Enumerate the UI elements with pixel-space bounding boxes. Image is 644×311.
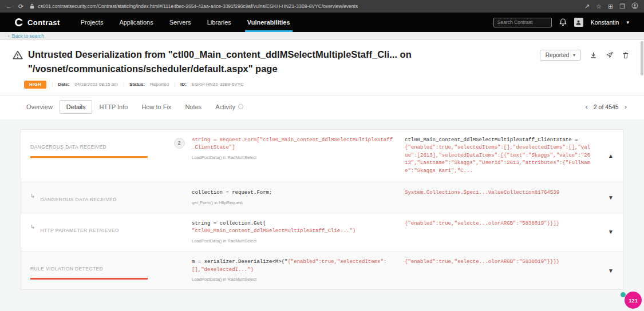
brand-name: Contrast <box>27 18 60 27</box>
date-value: 04/18/2023 08:15 am <box>74 82 118 87</box>
event-label-block: ↳ DANGEROUS DATA RECEIVED <box>30 193 167 204</box>
id-value: EGKH-HNZ1-33B9-6VYC <box>192 82 244 87</box>
app-header: Contrast Projects Applications Servers L… <box>0 13 644 32</box>
event-value-data: {"enabled":true,"selecte...olorARGB":"58… <box>405 259 559 265</box>
pagination-text: 2 of 4545 <box>594 103 619 110</box>
extensions-icon[interactable]: ⊞ <box>608 3 613 10</box>
back-bar: ‹ Back to search <box>0 32 644 40</box>
vulnerability-header: Untrusted Deserialization from "ctl00_Ma… <box>0 40 644 95</box>
title-controls: Reported ▾ <box>540 50 629 61</box>
separator: | <box>174 82 175 87</box>
event-value-data: {"enabled":true,"selecte...olorARGB":"58… <box>405 221 559 226</box>
event-row-dangerous-data-received-2[interactable]: ↳ DANGEROUS DATA RECEIVED collection = r… <box>21 182 623 213</box>
event-label: HTTP PARAMETER RETRIEVED <box>40 228 118 233</box>
event-badge-slot: 2 <box>167 138 192 149</box>
previous-vulnerability-icon[interactable]: ‹ <box>586 103 588 110</box>
contrast-logo[interactable]: Contrast <box>15 13 60 32</box>
event-label: RULE VIOLATION DETECTED <box>30 266 103 272</box>
scrollbar-thumb[interactable] <box>641 41 643 75</box>
main-nav: Projects Applications Servers Libraries … <box>73 13 298 32</box>
star-icon[interactable]: ☆ <box>596 3 602 10</box>
send-share-icon[interactable] <box>606 51 614 59</box>
search-input[interactable] <box>493 18 552 27</box>
back-link-label: Back to search <box>12 33 44 39</box>
browser-back-icon[interactable]: ← <box>6 3 12 10</box>
divider <box>0 95 644 95</box>
event-value: System.Collections.Speci...ValueCollecti… <box>396 189 599 197</box>
next-vulnerability-icon[interactable]: › <box>625 103 627 110</box>
nav-item-vulnerabilities[interactable]: Vulnerabilities <box>239 13 298 32</box>
user-menu-caret-icon[interactable]: ▾ <box>626 19 629 25</box>
event-code-tainted: "ctl00_Main_content_ddlMSelectMultipleSt… <box>192 228 355 234</box>
user-avatar[interactable] <box>574 18 583 27</box>
event-row-dangerous-data-received-1[interactable]: DANGEROUS DATA RECEIVED 2 string = Reque… <box>21 130 623 183</box>
event-code: m = serializer.Deserialize<M>("{"enabled… <box>192 258 396 282</box>
expand-caret-down-icon[interactable]: ▼ <box>599 268 623 274</box>
nav-item-libraries[interactable]: Libraries <box>199 13 239 32</box>
expand-caret-down-icon[interactable]: ▼ <box>599 194 623 201</box>
user-name[interactable]: Konstantin <box>591 19 619 26</box>
event-code-text: m = serializer.Deserialize<M>(" <box>192 259 287 265</box>
notifications-bell-icon[interactable] <box>559 18 567 26</box>
event-row-rule-violation-detected[interactable]: RULE VIOLATION DETECTED m = serializer.D… <box>21 252 623 289</box>
status-label: Status: <box>129 82 145 87</box>
warning-triangle-icon <box>13 50 23 59</box>
tabs-icon[interactable]: ❐ <box>619 3 625 10</box>
severity-badge: HIGH <box>24 81 46 89</box>
branch-arrow-icon: ↳ <box>30 224 35 230</box>
event-code-text: string = collection.Get( <box>192 221 266 226</box>
share-icon[interactable]: ↗ <box>584 3 590 10</box>
event-label: DANGEROUS DATA RECEIVED <box>40 197 116 202</box>
pagination: ‹ 2 of 4545 › <box>586 103 627 110</box>
caret-down-icon: ▾ <box>573 53 575 58</box>
browser-reload-icon[interactable]: ⟳ <box>18 3 23 10</box>
separator: | <box>52 82 53 87</box>
contrast-logo-mark-icon <box>15 18 23 26</box>
tab-notes[interactable]: Notes <box>178 100 208 114</box>
event-code: collection = request.Form; get_Form() in… <box>192 189 396 206</box>
chevron-left-icon: ‹ <box>8 33 10 39</box>
event-value-data: {"enabled":true,"selectedItems":[],"dese… <box>405 145 590 174</box>
tab-details[interactable]: Details <box>60 100 93 114</box>
event-code: string = Request.Form["ctl00_Main_conten… <box>192 137 396 161</box>
tab-http-info[interactable]: HTTP Info <box>92 100 135 114</box>
status-value: Reported <box>150 82 169 87</box>
nav-item-servers[interactable]: Servers <box>161 13 199 32</box>
export-download-icon[interactable] <box>590 51 597 59</box>
screen: ← ⟳ cs001.contrastsecurity.com/Contrast/… <box>0 0 644 311</box>
separator: | <box>123 82 124 87</box>
event-value: ctl00_Main_content_ddlMSelectMultipleSta… <box>396 137 599 176</box>
browser-chrome: ← ⟳ cs001.contrastsecurity.com/Contrast/… <box>0 0 644 13</box>
event-label: DANGEROUS DATA RECEIVED <box>30 144 106 150</box>
event-count-badge: 2 <box>174 138 185 149</box>
main-content: DANGEROUS DATA RECEIVED 2 string = Reque… <box>0 119 644 311</box>
tab-overview[interactable]: Overview <box>19 100 60 114</box>
browser-profile-icon[interactable] <box>631 2 638 10</box>
url-bar[interactable]: cs001.contrastsecurity.com/Contrast/stat… <box>38 3 578 9</box>
back-to-search-link[interactable]: ‹ Back to search <box>8 33 44 39</box>
tab-how-to-fix[interactable]: How to Fix <box>135 100 178 114</box>
date-label: Date: <box>58 82 69 87</box>
branch-arrow-icon: ↳ <box>30 193 35 199</box>
event-value-data: System.Collections.Speci...ValueCollecti… <box>405 190 559 196</box>
chat-widget-badge[interactable]: 121 <box>625 292 642 309</box>
activity-status-dot-icon <box>238 104 243 109</box>
event-value-name: ctl00_Main_content_ddlMSelectMultipleSta… <box>405 137 593 145</box>
delete-trash-icon[interactable] <box>622 51 629 59</box>
tabs-row: Overview Details HTTP Info How to Fix No… <box>0 95 644 119</box>
nav-item-applications[interactable]: Applications <box>111 13 161 32</box>
event-label-block: DANGEROUS DATA RECEIVED <box>30 141 167 158</box>
event-label-block: RULE VIOLATION DETECTED <box>30 262 167 280</box>
expand-caret-down-icon[interactable]: ▼ <box>599 229 623 235</box>
event-caption: LoadPostData() in RadMultiSelect <box>192 276 396 282</box>
event-caption: LoadPostData() in RadMultiSelect <box>192 154 396 161</box>
event-row-http-parameter-retrieved[interactable]: ↳ HTTP PARAMETER RETRIEVED string = coll… <box>21 213 623 252</box>
status-dropdown-label: Reported <box>546 52 569 58</box>
event-value: {"enabled":true,"selecte...olorARGB":"58… <box>396 258 599 266</box>
tab-activity[interactable]: Activity <box>208 100 250 114</box>
status-dropdown-button[interactable]: Reported ▾ <box>540 50 581 61</box>
nav-item-projects[interactable]: Projects <box>73 13 112 32</box>
collapse-caret-up-icon[interactable]: ▲ <box>599 153 623 159</box>
header-right: Konstantin ▾ <box>493 13 629 32</box>
vulnerability-meta: HIGH | Date: 04/18/2023 08:15 am | Statu… <box>24 81 628 89</box>
